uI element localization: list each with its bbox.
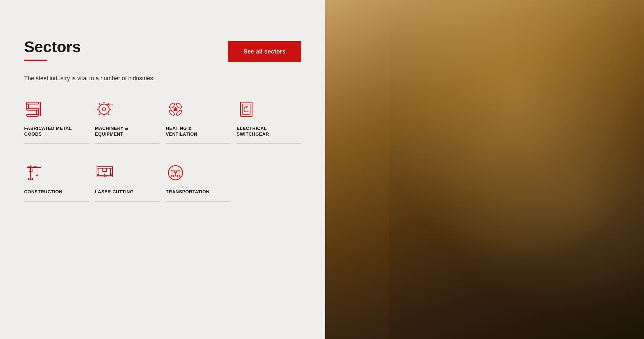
sector-item-fabricated-metal[interactable]: FABRICATED METALGOODS bbox=[24, 100, 89, 144]
svg-rect-68 bbox=[422, 135, 631, 141]
svg-point-103 bbox=[488, 58, 536, 93]
heating-icon bbox=[166, 100, 185, 119]
right-panel: 5 bbox=[325, 0, 644, 339]
svg-rect-76 bbox=[423, 187, 631, 193]
svg-rect-91 bbox=[422, 284, 631, 289]
svg-rect-57 bbox=[361, 24, 383, 40]
svg-rect-98 bbox=[422, 329, 631, 334]
svg-rect-95 bbox=[422, 309, 631, 315]
svg-point-105 bbox=[483, 82, 547, 92]
svg-point-102 bbox=[488, 71, 546, 90]
sector-item-construction[interactable]: CONSTRUCTION bbox=[24, 163, 89, 201]
svg-rect-110 bbox=[586, 235, 592, 240]
svg-rect-88 bbox=[422, 264, 631, 270]
svg-rect-96 bbox=[422, 316, 631, 322]
svg-rect-94 bbox=[422, 303, 631, 309]
svg-point-101 bbox=[504, 82, 530, 111]
svg-rect-3 bbox=[27, 104, 29, 108]
machinery-icon bbox=[95, 100, 114, 119]
sector-label-heating: HEATING &VENTILATION bbox=[166, 125, 197, 137]
title-underline bbox=[24, 60, 47, 61]
svg-rect-44 bbox=[172, 171, 175, 173]
page-title: Sectors bbox=[24, 39, 228, 56]
svg-rect-87 bbox=[422, 258, 631, 264]
left-panel: Sectors See all sectors The steel indust… bbox=[0, 0, 325, 339]
sector-label-fabricated-metal: FABRICATED METALGOODS bbox=[24, 125, 72, 137]
svg-rect-82 bbox=[422, 226, 631, 231]
svg-rect-80 bbox=[422, 213, 631, 218]
svg-rect-61 bbox=[332, 45, 357, 63]
svg-rect-51 bbox=[325, 0, 644, 339]
svg-rect-111 bbox=[567, 0, 644, 339]
svg-line-40 bbox=[104, 176, 105, 178]
sector-item-electrical[interactable]: ELECTRICALSWITCHGEAR bbox=[237, 100, 301, 144]
svg-rect-86 bbox=[422, 251, 631, 257]
see-all-button[interactable]: See all sectors bbox=[228, 41, 301, 62]
svg-text:5: 5 bbox=[393, 57, 399, 70]
svg-rect-79 bbox=[424, 206, 631, 212]
svg-rect-83 bbox=[422, 232, 631, 238]
svg-rect-112 bbox=[325, 242, 644, 339]
sector-label-laser-cutting: LASER CUTTING bbox=[95, 189, 134, 195]
sector-item-heating[interactable]: HEATING &VENTILATION bbox=[166, 100, 230, 144]
svg-rect-104 bbox=[489, 83, 551, 88]
svg-rect-109 bbox=[580, 226, 596, 235]
svg-rect-33 bbox=[97, 168, 99, 175]
svg-rect-72 bbox=[427, 161, 631, 167]
svg-rect-17 bbox=[242, 104, 250, 114]
svg-point-38 bbox=[104, 174, 105, 175]
worker-photo: 5 bbox=[325, 0, 644, 339]
svg-rect-34 bbox=[110, 168, 112, 175]
svg-rect-59 bbox=[419, 23, 443, 40]
svg-rect-78 bbox=[427, 200, 631, 206]
svg-rect-67 bbox=[422, 129, 631, 135]
svg-point-64 bbox=[383, 50, 409, 76]
svg-rect-84 bbox=[422, 238, 631, 244]
svg-rect-75 bbox=[425, 180, 631, 186]
sector-label-electrical: ELECTRICALSWITCHGEAR bbox=[237, 125, 269, 137]
fabricated-metal-icon bbox=[24, 100, 43, 119]
svg-rect-92 bbox=[422, 290, 631, 296]
svg-rect-85 bbox=[422, 245, 631, 251]
svg-rect-53 bbox=[325, 19, 486, 22]
svg-rect-99 bbox=[460, 168, 573, 174]
construction-icon bbox=[24, 163, 43, 182]
svg-rect-69 bbox=[425, 142, 631, 148]
svg-rect-35 bbox=[103, 168, 107, 171]
svg-rect-55 bbox=[325, 64, 486, 67]
svg-rect-89 bbox=[422, 271, 631, 276]
svg-rect-54 bbox=[325, 42, 486, 44]
sectors-grid-row1: FABRICATED METALGOODS bbox=[24, 100, 301, 144]
svg-rect-45 bbox=[176, 171, 179, 173]
svg-rect-5 bbox=[40, 102, 41, 116]
svg-rect-58 bbox=[386, 22, 415, 40]
svg-rect-50 bbox=[325, 0, 644, 339]
transportation-icon bbox=[166, 163, 185, 182]
svg-rect-106 bbox=[531, 82, 544, 84]
svg-point-19 bbox=[246, 107, 247, 108]
svg-rect-100 bbox=[460, 200, 573, 206]
svg-rect-70 bbox=[423, 148, 631, 154]
svg-rect-90 bbox=[422, 277, 631, 283]
sector-label-transportation: TRANSPORTATION bbox=[166, 189, 210, 195]
sectors-grid-row2: CONSTRUCTION bbox=[24, 163, 301, 201]
sector-label-machinery: MACHINERY &EQUIPMENT bbox=[95, 125, 128, 137]
sector-item-transportation[interactable]: TRANSPORTATION bbox=[166, 163, 230, 201]
sector-item-laser-cutting[interactable]: LASER CUTTING bbox=[95, 163, 159, 201]
svg-rect-4 bbox=[36, 110, 38, 114]
svg-point-10 bbox=[174, 108, 177, 111]
svg-rect-74 bbox=[422, 174, 631, 180]
svg-rect-97 bbox=[422, 322, 631, 328]
svg-rect-60 bbox=[446, 23, 478, 40]
svg-rect-62 bbox=[361, 47, 383, 63]
svg-point-107 bbox=[515, 82, 535, 105]
header-row: Sectors See all sectors bbox=[24, 39, 301, 62]
svg-rect-56 bbox=[332, 23, 357, 40]
svg-point-108 bbox=[575, 224, 597, 240]
svg-point-7 bbox=[102, 108, 106, 111]
svg-rect-71 bbox=[422, 155, 631, 160]
svg-rect-73 bbox=[424, 168, 631, 173]
svg-rect-77 bbox=[422, 193, 631, 199]
svg-rect-63 bbox=[386, 44, 415, 63]
sector-item-machinery[interactable]: MACHINERY &EQUIPMENT bbox=[95, 100, 159, 144]
